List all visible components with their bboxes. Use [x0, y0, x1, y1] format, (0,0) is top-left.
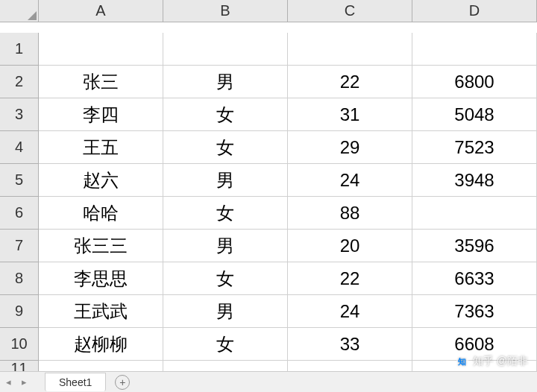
cell[interactable]: 赵柳柳: [39, 328, 163, 361]
cell[interactable]: 女: [163, 98, 288, 131]
row-header[interactable]: 4: [0, 131, 39, 164]
cell[interactable]: 31: [288, 98, 412, 131]
cell[interactable]: [39, 33, 163, 66]
watermark: 知 知乎 @陌非: [456, 355, 528, 368]
row-header[interactable]: 2: [0, 66, 39, 98]
cell[interactable]: [163, 33, 288, 66]
cell[interactable]: 3948: [412, 164, 537, 197]
cell[interactable]: [288, 33, 412, 66]
cell[interactable]: 33: [288, 328, 412, 361]
cell[interactable]: 哈哈: [39, 197, 163, 230]
sheet-tab[interactable]: Sheet1: [45, 373, 106, 391]
add-sheet-button[interactable]: +: [115, 375, 130, 390]
cell[interactable]: 男: [163, 66, 288, 98]
cell[interactable]: 女: [163, 262, 288, 295]
cell[interactable]: 24: [288, 164, 412, 197]
row-header[interactable]: 1: [0, 33, 39, 66]
cell[interactable]: 女: [163, 328, 288, 361]
cell[interactable]: 7363: [412, 295, 537, 328]
cell[interactable]: 男: [163, 295, 288, 328]
spreadsheet-grid: A B C D 1 2 张三 男 22 6800 3 李四 女 31 5048 …: [0, 0, 537, 392]
cell[interactable]: 王武武: [39, 295, 163, 328]
row-header[interactable]: 8: [0, 262, 39, 295]
cell[interactable]: 5048: [412, 98, 537, 131]
cell[interactable]: 22: [288, 66, 412, 98]
cell[interactable]: 女: [163, 131, 288, 164]
watermark-text: 知乎 @陌非: [473, 355, 528, 368]
row-header[interactable]: 5: [0, 164, 39, 197]
col-header-a[interactable]: A: [39, 0, 163, 22]
sheet-tab-bar: ◂ ▸ Sheet1 +: [0, 371, 537, 392]
cell[interactable]: 22: [288, 262, 412, 295]
cell[interactable]: 20: [288, 230, 412, 262]
cell[interactable]: 88: [288, 197, 412, 230]
cell[interactable]: [412, 197, 537, 230]
select-all-corner[interactable]: [0, 0, 39, 22]
cell[interactable]: 29: [288, 131, 412, 164]
row-header[interactable]: 7: [0, 230, 39, 262]
cell[interactable]: 6633: [412, 262, 537, 295]
cell[interactable]: 李思思: [39, 262, 163, 295]
cell[interactable]: 赵六: [39, 164, 163, 197]
next-sheet-icon[interactable]: ▸: [22, 376, 27, 388]
cell[interactable]: 7523: [412, 131, 537, 164]
row-header[interactable]: 10: [0, 328, 39, 361]
cell[interactable]: 王五: [39, 131, 163, 164]
cell[interactable]: 李四: [39, 98, 163, 131]
col-header-b[interactable]: B: [163, 0, 288, 22]
row-header[interactable]: 9: [0, 295, 39, 328]
cell[interactable]: 张三: [39, 66, 163, 98]
row-header[interactable]: 3: [0, 98, 39, 131]
row-header[interactable]: 6: [0, 197, 39, 230]
cell[interactable]: 张三三: [39, 230, 163, 262]
cell[interactable]: 男: [163, 164, 288, 197]
col-header-d[interactable]: D: [412, 0, 537, 22]
cell[interactable]: 24: [288, 295, 412, 328]
prev-sheet-icon[interactable]: ◂: [6, 376, 11, 388]
cell[interactable]: 3596: [412, 230, 537, 262]
sheet-nav-arrows: ◂ ▸: [6, 376, 27, 388]
col-header-c[interactable]: C: [288, 0, 412, 22]
cell[interactable]: 6800: [412, 66, 537, 98]
zhihu-logo-icon: 知: [456, 355, 468, 367]
cell[interactable]: [412, 33, 537, 66]
cell[interactable]: 女: [163, 197, 288, 230]
cell[interactable]: 男: [163, 230, 288, 262]
